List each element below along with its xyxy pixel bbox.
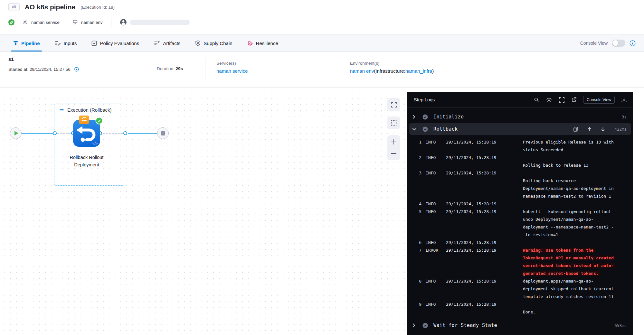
duration-label: Duration: — [157, 66, 175, 71]
log-timestamp: 29/11/2024, 15:28:19 — [446, 302, 497, 307]
console-view-label: Console View — [580, 41, 608, 46]
log-level: INFO — [426, 279, 436, 284]
chevron-down-icon[interactable] — [412, 127, 419, 131]
log-message: deployment.apps/naman-qa-ao- — [523, 279, 593, 284]
scroll-to-top-icon[interactable] — [587, 127, 592, 132]
search-icon[interactable] — [534, 97, 539, 102]
log-timestamp: 29/11/2024, 15:28:19 — [446, 248, 497, 253]
step-row-initialize[interactable]: Initialize 3s — [407, 111, 633, 123]
marquee-select-icon — [391, 120, 397, 126]
log-lines: 1 INFO 29/11/2024, 15:28:19 Previous eli… — [407, 140, 633, 317]
step-row-wait-for-steady-state[interactable]: Wait for Steady State 658ms — [407, 319, 633, 331]
environments-column: Environment(s) naman env(Infrastructure:… — [350, 61, 434, 74]
log-level: INFO — [426, 240, 436, 245]
marquee-select-button[interactable] — [387, 116, 400, 129]
fullscreen-icon[interactable] — [559, 97, 564, 103]
log-timestamp: 29/11/2024, 15:28:19 — [446, 209, 497, 214]
duration-value: 29s — [176, 66, 183, 71]
log-message: Rolling back resource — [523, 178, 576, 183]
toggle-knob — [612, 40, 618, 46]
log-row: Rolling back to release 13 — [407, 163, 633, 171]
info-icon[interactable] — [630, 40, 636, 46]
service-chip: naman service — [31, 20, 60, 25]
tab-label: Resilience — [256, 41, 278, 46]
zoom-out-button[interactable] — [391, 150, 397, 157]
tab-supply-chain[interactable]: Supply Chain — [195, 35, 232, 51]
execution-id: (Execution Id: 18) — [80, 5, 115, 10]
code-icon: </> — [92, 142, 98, 145]
step-duration: 3s — [622, 115, 627, 119]
console-view-button[interactable]: Console View — [583, 96, 615, 104]
log-message: undo Deployment/naman-qa-ao- — [523, 217, 593, 222]
log-timestamp: 29/11/2024, 15:28:19 — [446, 279, 497, 284]
environment-icon — [72, 20, 78, 25]
stage-summary-bar: s1 Started at: 29/11/2024, 15:27:56 Dura… — [0, 52, 644, 88]
fit-view-button[interactable] — [387, 98, 400, 111]
log-row: 3 INFO 29/11/2024, 15:28:19 — [407, 171, 633, 178]
environments-label: Environment(s) — [350, 61, 434, 66]
pipeline-title: AO k8s pipeline — [25, 3, 76, 11]
console-view-toggle[interactable] — [612, 40, 625, 47]
infrastructure-link[interactable]: naman_infra — [405, 68, 432, 74]
copy-logs-icon[interactable] — [573, 127, 578, 132]
chevron-right-icon[interactable] — [412, 323, 419, 328]
step-logs-panel: Step Logs Console View — [407, 92, 633, 335]
log-row: 4 INFO 29/11/2024, 15:28:19 — [407, 201, 633, 209]
log-message: deployment --namespace=naman-test2 - — [523, 225, 614, 229]
log-timestamp: 29/11/2024, 15:28:19 — [446, 201, 497, 206]
chevron-right-icon[interactable] — [412, 115, 419, 119]
zoom-in-button[interactable] — [391, 139, 397, 145]
tab-label: Policy Evaluations — [100, 41, 139, 46]
success-badge-icon — [95, 117, 103, 126]
environment-link[interactable]: naman env — [350, 68, 374, 74]
log-message: kubectl --kubeconfig=config rollout — [523, 209, 611, 214]
log-settings-icon[interactable] — [546, 97, 552, 103]
step-row-rollback[interactable]: Rollback 422ms — [409, 123, 631, 135]
download-logs-icon[interactable] — [621, 97, 627, 103]
policy-evaluations-icon — [91, 41, 97, 46]
play-icon — [14, 131, 18, 135]
log-line-number: 5 — [416, 209, 421, 214]
step-status-icon — [422, 126, 428, 132]
log-line-number: 4 — [416, 201, 421, 206]
header-divider — [111, 18, 111, 27]
step-duration: 658ms — [614, 323, 627, 328]
log-timestamp: 29/11/2024, 15:28:19 — [446, 140, 497, 144]
log-level: INFO — [426, 140, 436, 144]
log-message: Previous eligible Release is 13 with — [523, 140, 614, 144]
group-label: Execution (Rollback) — [67, 107, 112, 113]
log-row: 9 INFO 29/11/2024, 15:28:19 — [407, 302, 633, 310]
step-duration: 422ms — [614, 127, 627, 132]
tab-artifacts[interactable]: Artifacts — [154, 35, 180, 51]
tab-policy-evaluations[interactable]: Policy Evaluations — [91, 35, 139, 51]
version-badge: v0 — [8, 3, 20, 11]
log-line-number: 3 — [416, 171, 421, 175]
log-message: deployment skipped rollback (current — [523, 286, 614, 291]
log-line-number: 6 — [416, 240, 421, 245]
collapse-group-icon[interactable] — [60, 109, 64, 110]
log-line-number: 7 — [416, 248, 421, 253]
rollback-step-node[interactable]: </> — [73, 120, 100, 147]
service-link[interactable]: naman service — [216, 68, 248, 74]
start-node — [10, 127, 22, 139]
scroll-to-bottom-icon[interactable] — [601, 127, 605, 132]
log-row: generated secret-based tokens. — [407, 271, 633, 279]
log-row: namespace naman-test2 to revision 1 — [407, 194, 633, 201]
log-row: undo Deployment/naman-qa-ao- — [407, 217, 633, 225]
infrastructure-close: ) — [432, 68, 434, 74]
tab-inputs[interactable]: Inputs — [55, 35, 77, 51]
log-message: Rolling back to release 13 — [523, 163, 589, 168]
environment-chip: naman env — [81, 20, 103, 25]
tab-resilience[interactable]: Resilience — [247, 35, 278, 51]
user-avatar-icon — [120, 19, 127, 26]
log-row: secret-based tokens instead of auto- — [407, 263, 633, 271]
services-column: Service(s) naman service — [216, 61, 248, 74]
execution-history-icon[interactable] — [73, 66, 80, 72]
page-header: v0 AO k8s pipeline (Execution Id: 18) na… — [0, 0, 644, 34]
log-level: INFO — [426, 171, 436, 175]
log-level: ERROR — [426, 248, 438, 253]
tab-pipeline[interactable]: Pipeline — [13, 35, 40, 51]
log-row: 1 INFO 29/11/2024, 15:28:19 Previous eli… — [407, 140, 633, 147]
log-timestamp: 29/11/2024, 15:28:19 — [446, 171, 497, 175]
open-in-new-icon[interactable] — [571, 97, 576, 102]
